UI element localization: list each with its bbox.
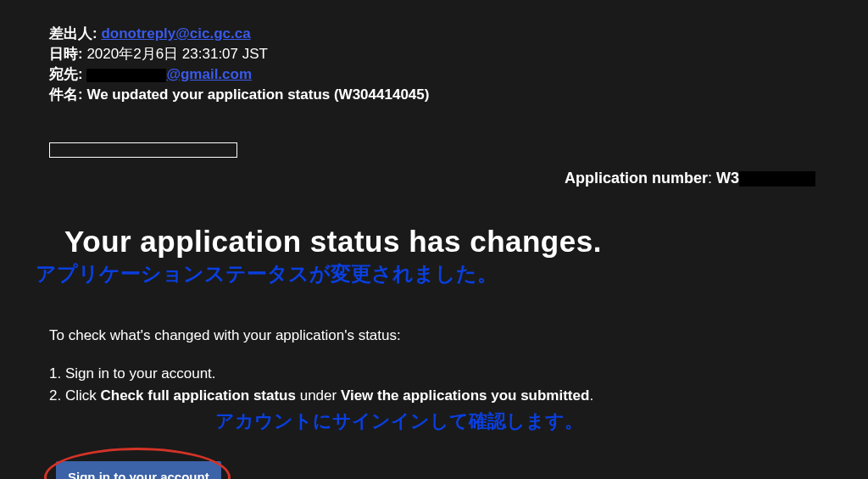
application-number-row: Application number: W3 — [49, 170, 819, 187]
to-label: 宛先: — [49, 66, 86, 82]
from-line: 差出人: donotreply@cic.gc.ca — [49, 24, 819, 44]
step1-prefix: 1. — [49, 365, 65, 382]
step2-bold1: Check full application status — [100, 387, 296, 404]
main-heading-en: Your application status has changes. — [64, 225, 819, 259]
step-1: 1. Sign in to your account. — [49, 363, 819, 385]
app-number-sep: : — [708, 170, 716, 187]
jp-note-signin: アカウントにサインインして確認します。 — [215, 409, 819, 434]
step2-text3: . — [589, 387, 593, 404]
redacted-app-number — [739, 171, 815, 187]
placeholder-box — [49, 142, 237, 158]
step2-text1: Click — [65, 387, 101, 404]
intro-text: To check what's changed with your applic… — [49, 325, 819, 346]
step2-prefix: 2. — [49, 387, 65, 404]
date-label: 日時: — [49, 46, 86, 62]
step-2: 2. Click Check full application status u… — [49, 385, 819, 407]
redacted-recipient — [86, 69, 166, 82]
date-line: 日時: 2020年2月6日 23:31:07 JST — [49, 44, 819, 64]
steps-list: 1. Sign in to your account. 2. Click Che… — [49, 363, 819, 407]
step1-text: Sign in to your account. — [65, 365, 216, 382]
sign-in-button[interactable]: Sign in to your account — [56, 461, 221, 479]
email-view: 差出人: donotreply@cic.gc.ca 日時: 2020年2月6日 … — [0, 0, 868, 479]
main-heading-jp: アプリケーションステータスが変更されました。 — [36, 260, 819, 287]
to-line: 宛先: @gmail.com — [49, 64, 819, 85]
subject-line: 件名: We updated your application status (… — [49, 85, 819, 105]
from-link[interactable]: donotreply@cic.gc.ca — [101, 25, 250, 42]
to-link[interactable]: @gmail.com — [166, 66, 252, 82]
step2-text2: under — [296, 387, 341, 404]
date-value: 2020年2月6日 23:31:07 JST — [86, 46, 268, 62]
step2-bold2: View the applications you submitted — [341, 387, 589, 404]
subject-label: 件名: — [49, 86, 86, 103]
app-number-prefix: W3 — [716, 170, 739, 187]
subject-value: We updated your application status (W304… — [86, 86, 429, 103]
button-highlight-wrap: Sign in to your account — [44, 448, 231, 479]
from-label: 差出人: — [49, 25, 101, 42]
app-number-label: Application number — [565, 170, 708, 187]
